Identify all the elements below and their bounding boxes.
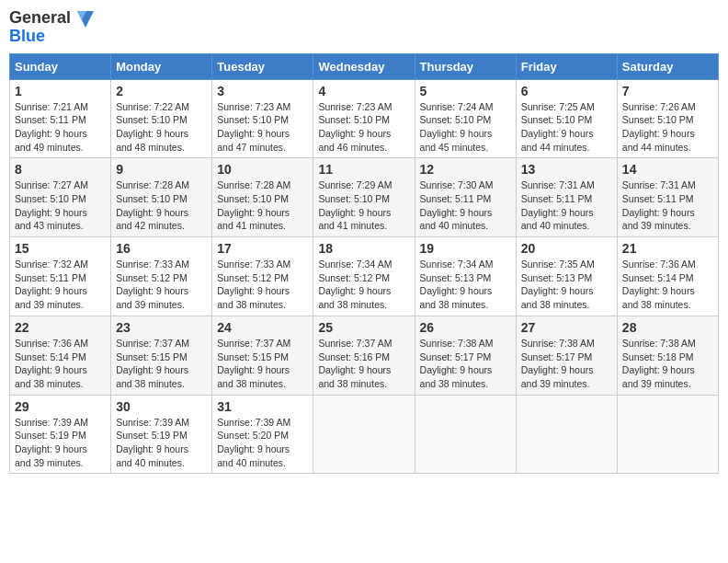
day-cell-21: 21 Sunrise: 7:36 AMSunset: 5:14 PMDaylig… — [617, 237, 718, 316]
day-cell-2: 2 Sunrise: 7:22 AMSunset: 5:10 PMDayligh… — [111, 79, 212, 158]
calendar-week-1: 1 Sunrise: 7:21 AMSunset: 5:11 PMDayligh… — [10, 79, 719, 158]
day-cell-27: 27 Sunrise: 7:38 AMSunset: 5:17 PMDaylig… — [516, 316, 617, 395]
empty-day-cell — [617, 395, 718, 474]
empty-day-cell — [313, 395, 415, 474]
day-cell-20: 20 Sunrise: 7:35 AMSunset: 5:13 PMDaylig… — [516, 237, 617, 316]
day-cell-12: 12 Sunrise: 7:30 AMSunset: 5:11 PMDaylig… — [415, 158, 516, 237]
day-number: 3 — [217, 84, 308, 98]
day-info: Sunrise: 7:38 AMSunset: 5:17 PMDaylight:… — [521, 338, 595, 389]
day-cell-30: 30 Sunrise: 7:39 AMSunset: 5:19 PMDaylig… — [111, 395, 212, 474]
day-cell-24: 24 Sunrise: 7:37 AMSunset: 5:15 PMDaylig… — [212, 316, 313, 395]
day-cell-13: 13 Sunrise: 7:31 AMSunset: 5:11 PMDaylig… — [516, 158, 617, 237]
day-cell-8: 8 Sunrise: 7:27 AMSunset: 5:10 PMDayligh… — [10, 158, 111, 237]
day-number: 8 — [15, 162, 106, 177]
day-info: Sunrise: 7:23 AMSunset: 5:10 PMDaylight:… — [318, 101, 392, 153]
weekday-header-wednesday: Wednesday — [313, 53, 415, 79]
day-number: 25 — [318, 320, 409, 335]
calendar-week-5: 29 Sunrise: 7:39 AMSunset: 5:19 PMDaylig… — [10, 395, 719, 474]
day-number: 29 — [15, 399, 106, 414]
day-number: 30 — [116, 399, 207, 414]
weekday-header-tuesday: Tuesday — [212, 53, 313, 79]
day-cell-6: 6 Sunrise: 7:25 AMSunset: 5:10 PMDayligh… — [516, 79, 617, 158]
day-number: 28 — [622, 320, 713, 335]
day-cell-28: 28 Sunrise: 7:38 AMSunset: 5:18 PMDaylig… — [617, 316, 718, 395]
day-info: Sunrise: 7:37 AMSunset: 5:16 PMDaylight:… — [318, 338, 392, 389]
weekday-header-saturday: Saturday — [617, 53, 718, 79]
calendar-header: SundayMondayTuesdayWednesdayThursdayFrid… — [10, 53, 719, 79]
weekday-header-sunday: Sunday — [10, 53, 111, 79]
calendar-table: SundayMondayTuesdayWednesdayThursdayFrid… — [9, 53, 719, 475]
empty-day-cell — [415, 395, 516, 474]
day-number: 23 — [116, 320, 207, 335]
day-number: 2 — [116, 84, 207, 98]
logo: General Blue — [9, 9, 94, 46]
day-info: Sunrise: 7:31 AMSunset: 5:11 PMDaylight:… — [622, 179, 696, 231]
day-cell-18: 18 Sunrise: 7:34 AMSunset: 5:12 PMDaylig… — [313, 237, 415, 316]
day-info: Sunrise: 7:23 AMSunset: 5:10 PMDaylight:… — [217, 101, 290, 153]
day-info: Sunrise: 7:33 AMSunset: 5:12 PMDaylight:… — [116, 259, 189, 310]
day-cell-11: 11 Sunrise: 7:29 AMSunset: 5:10 PMDaylig… — [313, 158, 415, 237]
weekday-header-thursday: Thursday — [415, 53, 516, 79]
calendar-body: 1 Sunrise: 7:21 AMSunset: 5:11 PMDayligh… — [10, 79, 719, 474]
logo-triangle-icon — [77, 11, 94, 28]
day-number: 20 — [521, 241, 612, 256]
weekday-header-friday: Friday — [516, 53, 617, 79]
day-number: 14 — [622, 162, 713, 177]
day-info: Sunrise: 7:32 AMSunset: 5:11 PMDaylight:… — [15, 259, 88, 310]
day-number: 7 — [622, 84, 713, 98]
day-number: 5 — [420, 84, 511, 98]
day-number: 13 — [521, 162, 612, 177]
calendar-week-4: 22 Sunrise: 7:36 AMSunset: 5:14 PMDaylig… — [10, 316, 719, 395]
logo-general: General — [9, 8, 71, 27]
day-cell-22: 22 Sunrise: 7:36 AMSunset: 5:14 PMDaylig… — [10, 316, 111, 395]
logo-blue: Blue — [9, 27, 45, 45]
day-number: 10 — [217, 162, 308, 177]
day-info: Sunrise: 7:37 AMSunset: 5:15 PMDaylight:… — [217, 338, 290, 389]
day-cell-17: 17 Sunrise: 7:33 AMSunset: 5:12 PMDaylig… — [212, 237, 313, 316]
day-cell-23: 23 Sunrise: 7:37 AMSunset: 5:15 PMDaylig… — [111, 316, 212, 395]
day-cell-25: 25 Sunrise: 7:37 AMSunset: 5:16 PMDaylig… — [313, 316, 415, 395]
day-info: Sunrise: 7:27 AMSunset: 5:10 PMDaylight:… — [15, 179, 88, 231]
day-number: 26 — [420, 320, 511, 335]
logo-wordmark: General Blue — [9, 9, 94, 46]
day-cell-10: 10 Sunrise: 7:28 AMSunset: 5:10 PMDaylig… — [212, 158, 313, 237]
day-info: Sunrise: 7:30 AMSunset: 5:11 PMDaylight:… — [420, 179, 494, 231]
day-info: Sunrise: 7:33 AMSunset: 5:12 PMDaylight:… — [217, 259, 290, 310]
day-number: 4 — [318, 84, 409, 98]
day-number: 22 — [15, 320, 106, 335]
day-info: Sunrise: 7:34 AMSunset: 5:12 PMDaylight:… — [318, 259, 392, 310]
day-info: Sunrise: 7:26 AMSunset: 5:10 PMDaylight:… — [622, 101, 696, 153]
day-info: Sunrise: 7:38 AMSunset: 5:17 PMDaylight:… — [420, 338, 494, 389]
day-number: 9 — [116, 162, 207, 177]
day-number: 12 — [420, 162, 511, 177]
day-number: 18 — [318, 241, 409, 256]
day-info: Sunrise: 7:36 AMSunset: 5:14 PMDaylight:… — [15, 338, 88, 389]
page-header: General Blue — [9, 9, 719, 46]
day-number: 6 — [521, 84, 612, 98]
day-info: Sunrise: 7:21 AMSunset: 5:11 PMDaylight:… — [15, 101, 88, 153]
weekday-header-monday: Monday — [111, 53, 212, 79]
day-info: Sunrise: 7:37 AMSunset: 5:15 PMDaylight:… — [116, 338, 189, 389]
calendar-week-3: 15 Sunrise: 7:32 AMSunset: 5:11 PMDaylig… — [10, 237, 719, 316]
day-number: 1 — [15, 84, 106, 98]
day-cell-7: 7 Sunrise: 7:26 AMSunset: 5:10 PMDayligh… — [617, 79, 718, 158]
day-cell-9: 9 Sunrise: 7:28 AMSunset: 5:10 PMDayligh… — [111, 158, 212, 237]
day-number: 31 — [217, 399, 308, 414]
day-cell-14: 14 Sunrise: 7:31 AMSunset: 5:11 PMDaylig… — [617, 158, 718, 237]
day-info: Sunrise: 7:39 AMSunset: 5:19 PMDaylight:… — [15, 417, 88, 468]
day-cell-4: 4 Sunrise: 7:23 AMSunset: 5:10 PMDayligh… — [313, 79, 415, 158]
weekday-header-row: SundayMondayTuesdayWednesdayThursdayFrid… — [10, 53, 719, 79]
day-info: Sunrise: 7:39 AMSunset: 5:20 PMDaylight:… — [217, 417, 290, 468]
day-info: Sunrise: 7:29 AMSunset: 5:10 PMDaylight:… — [318, 179, 392, 231]
day-info: Sunrise: 7:24 AMSunset: 5:10 PMDaylight:… — [420, 101, 494, 153]
day-info: Sunrise: 7:34 AMSunset: 5:13 PMDaylight:… — [420, 259, 494, 310]
day-number: 24 — [217, 320, 308, 335]
day-info: Sunrise: 7:39 AMSunset: 5:19 PMDaylight:… — [116, 417, 189, 468]
empty-day-cell — [516, 395, 617, 474]
day-number: 15 — [15, 241, 106, 256]
day-cell-19: 19 Sunrise: 7:34 AMSunset: 5:13 PMDaylig… — [415, 237, 516, 316]
day-number: 19 — [420, 241, 511, 256]
calendar-week-2: 8 Sunrise: 7:27 AMSunset: 5:10 PMDayligh… — [10, 158, 719, 237]
day-cell-5: 5 Sunrise: 7:24 AMSunset: 5:10 PMDayligh… — [415, 79, 516, 158]
day-info: Sunrise: 7:38 AMSunset: 5:18 PMDaylight:… — [622, 338, 696, 389]
